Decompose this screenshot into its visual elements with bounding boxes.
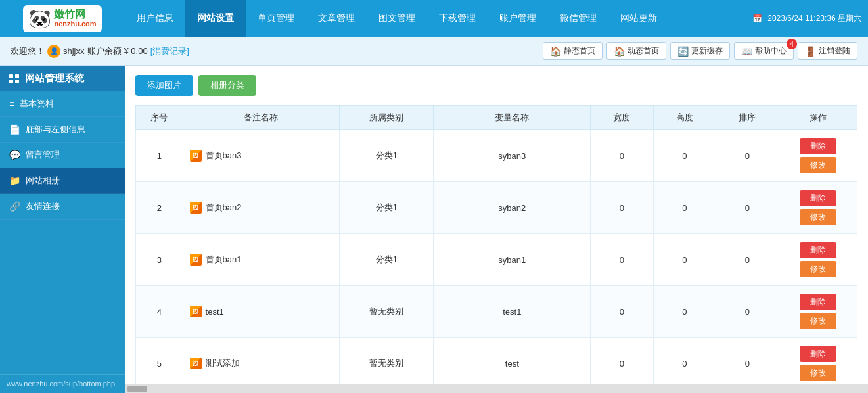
- name-text: 首页ban2: [206, 202, 242, 214]
- cell-id: 2: [136, 182, 183, 234]
- balance-label: 账户余额: [87, 45, 122, 57]
- static-home-label: 静态首页: [564, 45, 595, 57]
- album-icon: 📁: [9, 175, 20, 186]
- delete-button[interactable]: 删除: [800, 138, 836, 154]
- username: shjjxx: [63, 46, 85, 56]
- cell-sort: 0: [716, 182, 779, 234]
- help-center-button[interactable]: 📖 帮助中心 4: [734, 42, 794, 60]
- name-text: test1: [206, 307, 224, 317]
- delete-button[interactable]: 删除: [800, 242, 836, 258]
- sidebar-item-album[interactable]: 📁 网站相册: [0, 168, 125, 194]
- welcome-area: 欢迎您！ 👤 shjjxx 账户余额 ¥ 0.00 [消费记录]: [11, 45, 537, 58]
- nav-item-account[interactable]: 账户管理: [488, 0, 548, 37]
- thumbnail-icon: 🖼: [190, 306, 202, 317]
- col-variable: 变量名称: [434, 106, 591, 130]
- cell-variable: test: [434, 338, 591, 390]
- sidebar-item-footer-left[interactable]: 📄 庇部与左侧信息: [0, 117, 125, 143]
- dynamic-home-button[interactable]: 🏠 动态首页: [606, 42, 666, 60]
- horizontal-scrollbar[interactable]: [125, 384, 868, 393]
- cell-sort: 0: [716, 130, 779, 182]
- col-category: 所属类别: [340, 106, 434, 130]
- cell-category: 分类1: [340, 130, 434, 182]
- sidebar-item-basic-info[interactable]: ≡ 基本资料: [0, 91, 125, 117]
- cell-width: 0: [591, 182, 653, 234]
- category-button[interactable]: 相册分类: [198, 75, 256, 96]
- sidebar-item-footer-label: 庇部与左侧信息: [26, 124, 85, 135]
- sidebar-item-album-label: 网站相册: [26, 175, 60, 187]
- toolbar-bar: 欢迎您！ 👤 shjjxx 账户余额 ¥ 0.00 [消费记录] 🏠 静态首页 …: [0, 37, 868, 66]
- cell-variable: test1: [434, 286, 591, 338]
- logout-button[interactable]: 🚪 注销登陆: [798, 42, 857, 60]
- chat-icon: 💬: [9, 150, 20, 160]
- sidebar-item-links[interactable]: 🔗 友情连接: [0, 194, 125, 220]
- thumbnail-icon: 🖼: [190, 254, 202, 266]
- nav-item-single-page[interactable]: 单页管理: [246, 0, 306, 37]
- add-photo-button[interactable]: 添加图片: [135, 75, 193, 96]
- cell-name: 🖼 首页ban1: [183, 234, 340, 286]
- cell-height: 0: [653, 286, 716, 338]
- help-badge: 4: [787, 39, 797, 49]
- edit-button[interactable]: 修改: [800, 365, 836, 381]
- col-sort: 排序: [716, 106, 779, 130]
- edit-button[interactable]: 修改: [800, 209, 836, 225]
- grid-icon: [9, 74, 20, 83]
- photo-table: 序号 备注名称 所属类别 变量名称 宽度 高度 排序 操作 1 🖼 首页ban3: [135, 105, 857, 390]
- cell-id: 4: [136, 286, 183, 338]
- nav-item-site-settings[interactable]: 网站设置: [185, 0, 246, 37]
- cell-category: 暂无类别: [340, 338, 434, 390]
- action-buttons: 添加图片 相册分类: [135, 75, 857, 96]
- edit-button[interactable]: 修改: [800, 157, 836, 173]
- doc-icon: 📄: [9, 124, 20, 135]
- col-height: 高度: [653, 106, 716, 130]
- sidebar-item-messages-label: 留言管理: [26, 149, 60, 161]
- cell-width: 0: [591, 286, 653, 338]
- content-area: 添加图片 相册分类 序号 备注名称 所属类别 变量名称 宽度 高度 排序 操作: [125, 66, 868, 393]
- nav-item-imgtext[interactable]: 图文管理: [367, 0, 427, 37]
- cell-name: 🖼 测试添加: [183, 338, 340, 390]
- nav-item-download[interactable]: 下载管理: [427, 0, 488, 37]
- sidebar-item-messages[interactable]: 💬 留言管理: [0, 143, 125, 168]
- table-row: 4 🖼 test1 暂无类别 test1 0 0 0 删除 修改: [136, 286, 857, 338]
- cell-category: 分类1: [340, 182, 434, 234]
- edit-button[interactable]: 修改: [800, 261, 836, 277]
- datetime-text: 2023/6/24 11:23:36 星期六: [767, 13, 861, 24]
- nav-item-articles[interactable]: 文章管理: [306, 0, 367, 37]
- cell-width: 0: [591, 338, 653, 390]
- help-center-label: 帮助中心: [755, 45, 787, 57]
- link-icon: 🔗: [9, 201, 20, 212]
- cell-variable: syban3: [434, 130, 591, 182]
- cell-id: 5: [136, 338, 183, 390]
- logo-sub: nenzhu.com: [54, 20, 96, 28]
- cell-actions: 删除 修改: [779, 130, 857, 182]
- nav-item-users[interactable]: 用户信息: [125, 0, 185, 37]
- refresh-icon: 🔄: [677, 46, 689, 57]
- name-text: 测试添加: [206, 358, 240, 369]
- cell-actions: 删除 修改: [779, 234, 857, 286]
- logo-area: 🐼 嫩竹网 nenzhu.com: [0, 0, 125, 37]
- cell-sort: 0: [716, 234, 779, 286]
- cell-sort: 0: [716, 286, 779, 338]
- cell-variable: syban2: [434, 182, 591, 234]
- main-layout: 网站管理系统 ≡ 基本资料 📄 庇部与左侧信息 💬 留言管理 📁 网站相册 🔗 …: [0, 66, 868, 393]
- consume-link[interactable]: [消费记录]: [150, 45, 189, 57]
- delete-button[interactable]: 删除: [800, 346, 836, 362]
- delete-button[interactable]: 删除: [800, 294, 836, 310]
- list-icon: ≡: [9, 99, 14, 109]
- static-home-button[interactable]: 🏠 静态首页: [543, 42, 603, 60]
- nav-item-update[interactable]: 网站更新: [608, 0, 669, 37]
- toolbar-buttons: 🏠 静态首页 🏠 动态首页 🔄 更新缓存 📖 帮助中心 4 🚪 注销登陆: [543, 42, 857, 60]
- edit-button[interactable]: 修改: [800, 313, 836, 329]
- update-cache-button[interactable]: 🔄 更新缓存: [670, 42, 730, 60]
- sidebar: 网站管理系统 ≡ 基本资料 📄 庇部与左侧信息 💬 留言管理 📁 网站相册 🔗 …: [0, 66, 125, 393]
- sidebar-title: 网站管理系统: [0, 66, 125, 91]
- update-cache-label: 更新缓存: [691, 45, 723, 57]
- table-row: 5 🖼 测试添加 暂无类别 test 0 0 0 删除 修改: [136, 338, 857, 390]
- delete-button[interactable]: 删除: [800, 190, 836, 206]
- logo-panda-icon: 🐼: [28, 8, 51, 30]
- sidebar-item-links-label: 友情连接: [26, 200, 60, 212]
- cell-height: 0: [653, 234, 716, 286]
- top-nav: 🐼 嫩竹网 nenzhu.com 用户信息 网站设置 单页管理 文章管理 图文管…: [0, 0, 868, 37]
- nav-item-wechat[interactable]: 微信管理: [548, 0, 608, 37]
- book-icon: 📖: [741, 46, 752, 57]
- cell-variable: syban1: [434, 234, 591, 286]
